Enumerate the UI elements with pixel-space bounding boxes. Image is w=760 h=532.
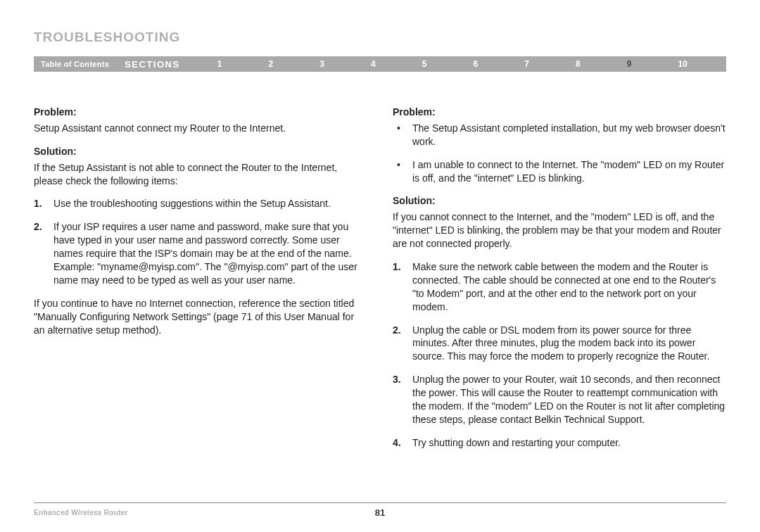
solution-intro: If the Setup Assistant is not able to co… [34,161,367,188]
step-text: Use the troubleshooting suggestions with… [53,197,367,210]
section-link-3[interactable]: 3 [319,59,324,69]
step-text: If your ISP requires a user name and pas… [53,220,367,286]
list-item: 1.Make sure the network cable between th… [393,260,726,314]
right-steps: 1.Make sure the network cable between th… [393,260,726,450]
section-link-8[interactable]: 8 [576,59,581,69]
section-link-2[interactable]: 2 [268,59,273,69]
closing-text: If you continue to have no Internet conn… [34,297,367,337]
list-item: 2.Unplug the cable or DSL modem from its… [393,324,726,364]
content-columns: Problem: Setup Assistant cannot connect … [34,106,726,460]
list-item: 1.Use the troubleshooting suggestions wi… [34,197,367,210]
section-navbar: Table of Contents SECTIONS 1 2 3 4 5 6 7… [34,56,726,72]
bullet-text: I am unable to connect to the Internet. … [412,158,726,185]
solution-intro: If you cannot connect to the Internet, a… [393,210,726,251]
problem-label: Problem: [34,106,367,119]
footer: Enhanced Wireless Router 81 [0,502,760,517]
sections-label: SECTIONS [125,59,179,70]
right-column: Problem: •The Setup Assistant completed … [393,106,726,460]
problem-label: Problem: [393,106,726,119]
left-steps: 1.Use the troubleshooting suggestions wi… [34,197,367,286]
step-text: Try shutting down and restarting your co… [412,436,726,450]
toc-link[interactable]: Table of Contents [41,60,109,68]
section-numbers: 1 2 3 4 5 6 7 8 9 10 [194,59,719,69]
bullet-text: The Setup Assistant completed installati… [412,122,726,148]
list-item: 2.If your ISP requires a user name and p… [34,220,367,286]
problem-bullets: •The Setup Assistant completed installat… [393,122,726,185]
page-number: 81 [375,507,385,518]
list-item: •The Setup Assistant completed installat… [393,122,726,148]
section-link-10[interactable]: 10 [678,59,688,69]
solution-label: Solution: [393,194,726,208]
solution-label: Solution: [34,145,367,158]
list-item: 3.Unplug the power to your Router, wait … [393,373,726,426]
product-name: Enhanced Wireless Router [34,509,128,517]
list-item: •I am unable to connect to the Internet.… [393,158,726,185]
step-text: Make sure the network cable between the … [412,260,726,314]
section-link-5[interactable]: 5 [422,59,427,69]
section-link-4[interactable]: 4 [371,59,376,69]
section-link-6[interactable]: 6 [474,59,479,69]
step-text: Unplug the power to your Router, wait 10… [412,373,726,426]
section-link-1[interactable]: 1 [217,59,222,69]
page-title: TROUBLESHOOTING [34,30,726,45]
problem-text: Setup Assistant cannot connect my Router… [34,122,367,135]
footer-divider [34,502,726,503]
section-link-9[interactable]: 9 [627,59,632,69]
list-item: 4.Try shutting down and restarting your … [393,436,726,450]
left-column: Problem: Setup Assistant cannot connect … [34,106,367,460]
section-link-7[interactable]: 7 [524,59,529,69]
step-text: Unplug the cable or DSL modem from its p… [412,324,726,364]
